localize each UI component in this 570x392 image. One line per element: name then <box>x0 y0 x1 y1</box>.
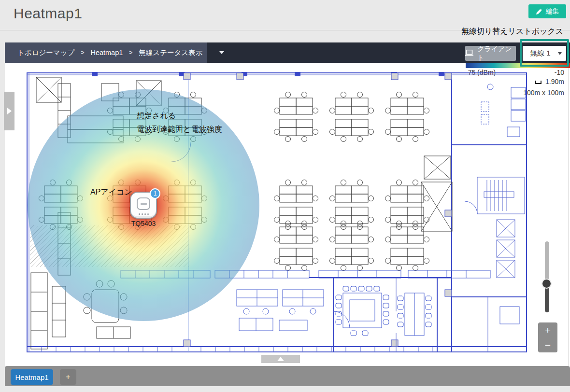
caret-down-icon <box>558 52 562 55</box>
range-annotation-line1: 想定される <box>137 111 176 121</box>
ap-icon[interactable]: 1 <box>130 192 157 219</box>
range-annotation-line2: 電波到達範囲と電波強度 <box>137 125 222 135</box>
breadcrumb-wireless-status[interactable]: 無線ステータス表示 <box>139 48 202 57</box>
page-title: Heatmap1 <box>14 5 82 22</box>
ap-count-badge: 1 <box>150 188 160 199</box>
listbox-annotation-label: 無線切り替えリストボックス <box>0 27 563 37</box>
breadcrumb-separator: > <box>81 49 84 56</box>
tab-heatmap1[interactable]: Heatmap1 <box>11 369 53 385</box>
ap-name-label: TQ5403 <box>128 220 159 227</box>
radio-select[interactable]: 無線 1 <box>523 46 566 61</box>
map-toolbar: トポロジーマップ > Heatmap1 > 無線ステータス表示 クライアント 無… <box>5 42 570 63</box>
sidebar-expand-button[interactable] <box>4 92 14 130</box>
legend-max-label: -10 <box>555 69 564 76</box>
floorplan-drawing <box>24 70 529 355</box>
client-button[interactable]: クライアント <box>465 46 516 61</box>
zoom-in-button[interactable]: + <box>538 322 557 337</box>
chevron-up-icon <box>277 357 284 361</box>
pencil-icon <box>536 8 542 15</box>
radio-select-value: 無線 1 <box>530 49 551 58</box>
tabbar-collapse-button[interactable] <box>261 355 300 363</box>
zoom-slider-thumb[interactable] <box>542 279 552 289</box>
legend-scale-value: 1.90m <box>545 78 564 85</box>
breadcrumb-topology-map[interactable]: トポロジーマップ <box>17 48 74 57</box>
breadcrumb-separator: > <box>129 49 132 56</box>
scale-icon <box>535 81 542 84</box>
ap-annotation-label: APアイコン <box>90 187 132 197</box>
edit-button-label: 編集 <box>546 7 559 16</box>
client-button-label: クライアント <box>477 45 516 62</box>
signal-gradient-legend <box>466 63 570 68</box>
zoom-controls: + − <box>538 322 557 352</box>
ap-icon-body <box>137 197 150 210</box>
add-tab-button[interactable]: + <box>60 369 76 385</box>
edit-button[interactable]: 編集 <box>528 4 566 18</box>
breadcrumb-heatmap1[interactable]: Heatmap1 <box>90 49 123 56</box>
breadcrumb: トポロジーマップ > Heatmap1 > 無線ステータス表示 <box>5 42 207 63</box>
map-tab-bar: Heatmap1 + <box>5 366 570 386</box>
zoom-out-button[interactable]: − <box>538 337 557 352</box>
caret-down-icon[interactable] <box>219 51 224 54</box>
chevron-right-icon <box>7 108 12 114</box>
ap-icon-leds <box>131 213 156 215</box>
canvas-edge <box>568 63 569 366</box>
zoom-slider-track[interactable] <box>545 241 549 284</box>
laptop-icon <box>465 50 473 57</box>
